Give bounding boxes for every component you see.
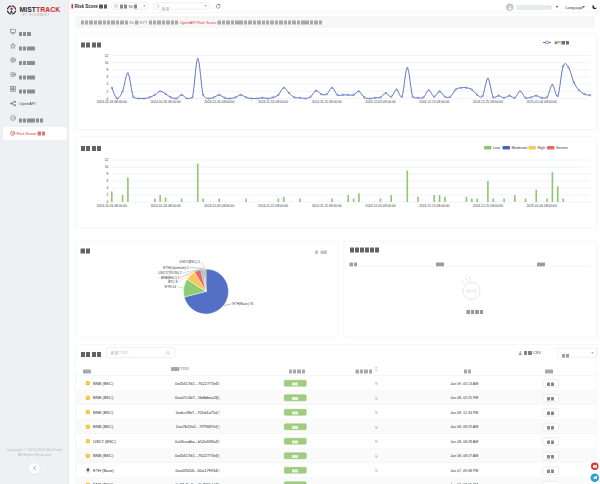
svg-text:2024-12-05 08:00:00: 2024-12-05 08:00:00 (365, 100, 395, 104)
svg-text:2024-11-15 08:00:00: 2024-11-15 08:00:00 (258, 204, 288, 208)
svg-text:2024-10-16 08:00:00: 2024-10-16 08:00:00 (97, 100, 127, 104)
svg-text:8: 8 (106, 68, 108, 72)
svg-text:8: 8 (106, 172, 108, 176)
svg-text:USDT(TRON):2: USDT(TRON):2 (158, 271, 181, 275)
svg-text:10: 10 (105, 61, 109, 65)
svg-text:2024-10-16 08:00:00: 2024-10-16 08:00:00 (97, 204, 127, 208)
svg-text:6: 6 (106, 75, 108, 79)
svg-text:12: 12 (105, 54, 109, 58)
svg-text:2024-10-26 08:00:00: 2024-10-26 08:00:00 (150, 204, 180, 208)
svg-text:10: 10 (105, 165, 109, 169)
svg-text:6: 6 (106, 179, 108, 183)
svg-text:2024-12-15 08:00:00: 2024-12-15 08:00:00 (419, 204, 449, 208)
svg-text:2: 2 (106, 193, 108, 197)
svg-text:2025-01-04 08:00:00: 2025-01-04 08:00:00 (527, 100, 557, 104)
svg-text:2024-11-25 08:00:00: 2024-11-25 08:00:00 (312, 204, 342, 208)
svg-text:4: 4 (106, 186, 108, 190)
svg-text:2024-12-05 08:00:00: 2024-12-05 08:00:00 (365, 204, 395, 208)
svg-text:2024-11-25 08:00:00: 2024-11-25 08:00:00 (312, 100, 342, 104)
svg-text:12: 12 (105, 158, 109, 162)
svg-text:ETH(Optimism):1: ETH(Optimism):1 (163, 266, 189, 270)
svg-text:BNB(BSC):5: BNB(BSC):5 (161, 276, 180, 280)
svg-text:BTC:8: BTC:8 (168, 280, 178, 284)
svg-text:USDT(BSC):1: USDT(BSC):1 (179, 260, 200, 264)
svg-text:2: 2 (106, 90, 108, 94)
svg-text:2024-12-25 08:00:00: 2024-12-25 08:00:00 (473, 100, 503, 104)
svg-text:2024-12-25 08:00:00: 2024-12-25 08:00:00 (473, 204, 503, 208)
svg-text:2024-11-05 08:00:00: 2024-11-05 08:00:00 (204, 100, 234, 104)
svg-text:2024-10-26 08:00:00: 2024-10-26 08:00:00 (150, 100, 180, 104)
svg-text:ETH:14: ETH:14 (165, 285, 176, 289)
svg-text:2024-11-15 08:00:00: 2024-11-15 08:00:00 (258, 100, 288, 104)
svg-text:4: 4 (106, 82, 108, 86)
svg-text:ETH(Base):76: ETH(Base):76 (233, 302, 254, 306)
svg-text:2024-12-15 08:00:00: 2024-12-15 08:00:00 (419, 100, 449, 104)
svg-text:2025-01-04 08:00:00: 2025-01-04 08:00:00 (527, 204, 557, 208)
svg-text:2024-11-05 08:00:00: 2024-11-05 08:00:00 (204, 204, 234, 208)
